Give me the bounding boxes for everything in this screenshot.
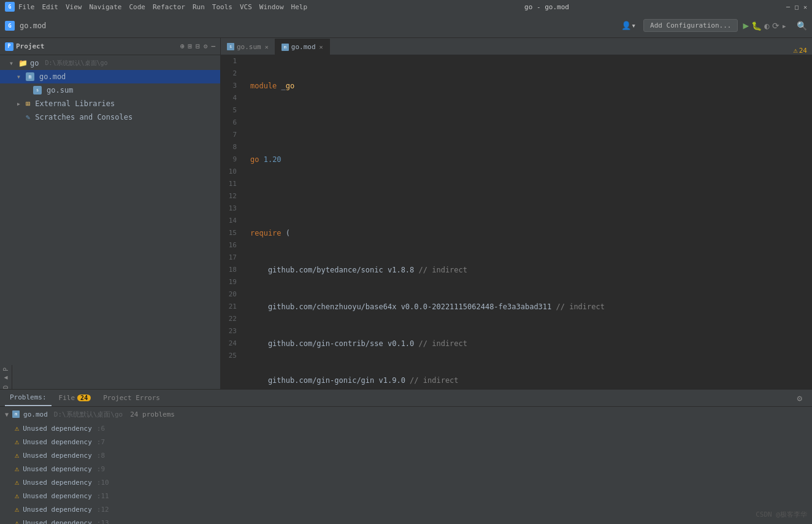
problem-item-6[interactable]: ⚠ Unused dependency :12 [0, 503, 812, 516]
editor-content[interactable]: 1 2 3 4 5 6 7 8 9 10 11 12 13 14 15 16 1… [221, 55, 812, 389]
problem-msg-2: Unused dependency [23, 452, 92, 460]
menu-vcs[interactable]: VCS [240, 3, 252, 11]
problem-item-4[interactable]: ⚠ Unused dependency :10 [0, 476, 812, 489]
problem-item-2[interactable]: ⚠ Unused dependency :8 [0, 449, 812, 462]
problem-file-header[interactable]: ▼ m go.mod D:\系统默认\桌面\go 24 problems [0, 407, 812, 422]
sidebar-expand-icon[interactable]: ⊞ [188, 42, 193, 50]
problems-label: Problems: [10, 393, 47, 401]
problem-item-1[interactable]: ⚠ Unused dependency :7 [0, 435, 812, 449]
line-num-6: 6 [221, 117, 240, 129]
tree-item-root[interactable]: ▼ 📁 go D:\系统默认\桌面\go [0, 56, 220, 70]
code-line-2 [250, 117, 807, 129]
line-num-22: 22 [221, 313, 240, 325]
scratches-icon: ✎ [26, 113, 30, 121]
bottom-tab-problems[interactable]: Problems: [5, 390, 52, 406]
problem-msg-6: Unused dependency [23, 506, 92, 514]
problem-line-6: :12 [97, 506, 109, 514]
menu-refactor[interactable]: Refactor [153, 3, 185, 11]
minimize-button[interactable]: ─ [786, 4, 790, 10]
debug-button[interactable]: 🐛 [751, 21, 762, 31]
tree-item-gosum[interactable]: s go.sum [0, 83, 220, 97]
tree-item-gomod[interactable]: ▼ m go.mod [0, 70, 220, 83]
tree-item-ext-libs[interactable]: ▶ ⊞ External Libraries [0, 97, 220, 110]
menu-window[interactable]: Window [259, 3, 284, 11]
problem-filename: go.mod [23, 410, 48, 418]
problem-item-0[interactable]: ⚠ Unused dependency :6 [0, 422, 812, 435]
problem-line-7: :13 [97, 519, 109, 525]
problem-item-5[interactable]: ⚠ Unused dependency :11 [0, 489, 812, 503]
search-icon[interactable]: 🔍 [797, 21, 807, 31]
warn-icon-1: ⚠ [15, 437, 19, 446]
tree-item-scratches[interactable]: ✎ Scratches and Consoles [0, 110, 220, 124]
window-controls: ─ □ ✕ [786, 4, 807, 10]
gomod-file-icon: m [26, 72, 34, 81]
problem-item-7[interactable]: ⚠ Unused dependency :13 [0, 516, 812, 524]
code-editor[interactable]: module _go go 1.20 require ( github.com/… [245, 55, 812, 389]
problem-item-3[interactable]: ⚠ Unused dependency :9 [0, 462, 812, 476]
warn-icon-0: ⚠ [15, 424, 19, 433]
line-num-3: 3 [221, 80, 240, 92]
code-line-4 [250, 190, 807, 202]
problem-msg-4: Unused dependency [23, 479, 92, 487]
sidebar-close-icon[interactable]: — [211, 42, 215, 50]
project-tab-label: go.mod [20, 21, 46, 30]
coverage-button[interactable]: ◐ [764, 21, 769, 31]
file-label: File [59, 394, 75, 402]
menu-tools[interactable]: Tools [212, 3, 232, 11]
stop-button[interactable]: ▸ [782, 21, 787, 31]
sidebar-problems-icon[interactable]: P [2, 368, 9, 371]
bottom-tab-project-errors[interactable]: Project Errors [98, 390, 165, 406]
warn-icon-5: ⚠ [15, 491, 19, 500]
warn-icon-4: ⚠ [15, 478, 19, 487]
tab-gomod[interactable]: m go.mod ✕ [275, 39, 330, 55]
sidebar-debug-icon[interactable]: D [2, 385, 9, 389]
menu-file[interactable]: File [18, 3, 35, 11]
sidebar-add-icon[interactable]: ⊕ [180, 42, 185, 50]
problem-line-0: :6 [97, 425, 105, 433]
menu-code[interactable]: Code [129, 3, 145, 11]
code-line-3: go 1.20 [250, 153, 807, 166]
bottom-tab-bar: Problems: File 24 Project Errors ⚙ [0, 390, 812, 407]
watermark: CSDN @极客李华 [756, 510, 807, 519]
line-num-17: 17 [221, 252, 240, 264]
line-num-25: 25 [221, 350, 240, 362]
project-header-label: Project [16, 42, 44, 50]
tab-gomod-label: go.mod [291, 43, 316, 51]
add-configuration-button[interactable]: Add Configuration... [643, 19, 738, 32]
line-num-4: 4 [221, 92, 240, 104]
title-bar: G File Edit View Navigate Code Refactor … [0, 0, 812, 13]
expand-arrow-problems: ▼ [5, 411, 9, 418]
user-account-icon[interactable]: 👤▾ [621, 21, 636, 30]
project-errors-label: Project Errors [103, 394, 160, 402]
menu-view[interactable]: View [66, 3, 82, 11]
editor-area: s go.sum ✕ m go.mod ✕ ⚠ 24 1 2 3 4 5 [221, 38, 812, 389]
sidebar-settings-icon[interactable]: ⚙ [204, 42, 208, 50]
line-num-14: 14 [221, 215, 240, 227]
line-num-7: 7 [221, 129, 240, 141]
bottom-tab-file[interactable]: File 24 [54, 390, 96, 406]
tab-gosum[interactable]: s go.sum ✕ [221, 39, 275, 55]
sidebar-run-icon[interactable]: ▶ [2, 375, 9, 382]
tab-bar-warning: ⚠ 24 [330, 46, 812, 55]
profile-button[interactable]: ⟳ [772, 21, 779, 31]
maximize-button[interactable]: □ [795, 4, 799, 10]
tree-label-gomod: go.mod [39, 72, 66, 81]
menu-run[interactable]: Run [193, 3, 205, 11]
line-num-16: 16 [221, 239, 240, 252]
tab-bar: s go.sum ✕ m go.mod ✕ ⚠ 24 [221, 38, 812, 55]
line-num-1: 1 [221, 55, 240, 67]
problem-line-4: :10 [97, 479, 109, 487]
tab-gomod-close[interactable]: ✕ [320, 44, 323, 50]
bottom-panel: Problems: File 24 Project Errors ⚙ ▼ m g… [0, 389, 812, 524]
menu-navigate[interactable]: Navigate [90, 3, 122, 11]
code-line-6: github.com/bytedance/sonic v1.8.8 // ind… [250, 264, 807, 276]
toolbar: G go.mod 👤▾ Add Configuration... ▶ 🐛 ◐ ⟳… [0, 13, 812, 38]
menu-edit[interactable]: Edit [42, 3, 59, 11]
bottom-panel-settings-icon[interactable]: ⚙ [792, 393, 807, 403]
menu-help[interactable]: Help [291, 3, 308, 11]
tab-gosum-close[interactable]: ✕ [265, 44, 269, 50]
close-button[interactable]: ✕ [803, 4, 807, 10]
problem-line-2: :8 [97, 452, 105, 460]
run-button[interactable]: ▶ [743, 20, 749, 31]
sidebar-collapse-icon[interactable]: ⊟ [196, 42, 200, 50]
